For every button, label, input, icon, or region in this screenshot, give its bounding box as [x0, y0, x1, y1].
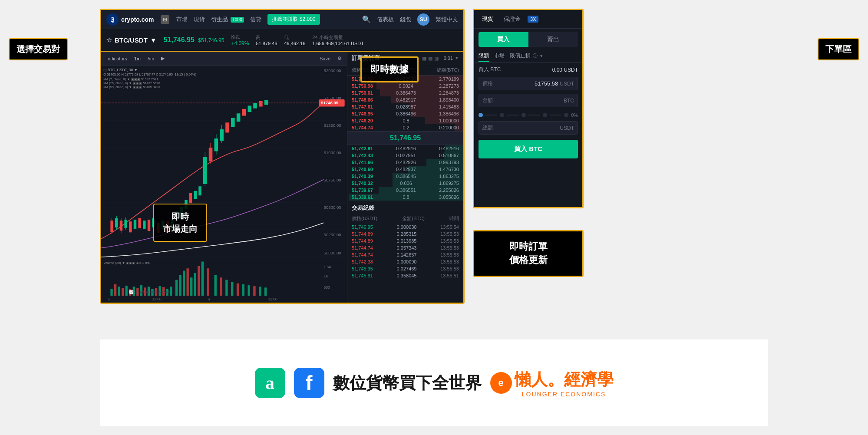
ask-row: 51,746.95 0.386496 1.386496 — [347, 110, 463, 117]
nav-derivatives[interactable]: 衍生品 100X — [211, 16, 244, 23]
dashboard-link[interactable]: 儀表板 — [377, 16, 394, 23]
1m-btn[interactable]: 1m — [132, 55, 142, 62]
lounger-main-text: 懶人。經濟學 — [515, 369, 614, 391]
ob-view-2[interactable]: ▤ — [428, 56, 432, 61]
settings-btn[interactable]: ⚙ — [336, 55, 343, 62]
symbol-bar: ☆ BTC/USDT ▼ 51,746.95 $51,746.95 漲跌 +4.… — [101, 29, 463, 52]
trading-platform: ₿ crypto.com ⊞ 市場 現貨 衍生品 100X 信貸 推薦並賺取 $… — [100, 9, 465, 304]
nav-spot[interactable]: 現貨 — [194, 16, 205, 23]
svg-rect-26 — [138, 218, 141, 228]
symbol-pair[interactable]: ☆ BTC/USDT ▼ — [106, 36, 157, 44]
svg-rect-97 — [231, 282, 233, 296]
svg-rect-55 — [264, 100, 268, 105]
svg-rect-95 — [220, 277, 222, 296]
svg-rect-70 — [118, 287, 120, 296]
svg-text:6: 6 — [208, 297, 210, 301]
svg-rect-93 — [207, 268, 209, 296]
svg-text:51000.00: 51000.00 — [324, 150, 341, 155]
svg-text:5: 5 — [108, 297, 110, 301]
sell-tab[interactable]: 賣出 — [528, 32, 578, 47]
search-icon[interactable]: 🔍 — [362, 15, 371, 23]
svg-rect-101 — [253, 286, 255, 296]
available-row: 買入 BTC 0.00 USDT — [479, 66, 578, 73]
svg-text:51250.00: 51250.00 — [324, 123, 341, 128]
nav-loan[interactable]: 信貸 — [250, 16, 261, 23]
slider-line — [550, 115, 561, 115]
svg-text:⊟ BTC_USDT, 30 ▼: ⊟ BTC_USDT, 30 ▼ — [103, 68, 138, 72]
logo[interactable]: ₿ crypto.com — [106, 13, 154, 26]
price-change: 漲跌 +4.09% — [231, 34, 249, 46]
limit-tab[interactable]: 限額 — [479, 50, 489, 62]
orderbook-controls: ▦ ▤ ▥ 0.01 ▼ — [422, 56, 459, 61]
navbar: ₿ crypto.com ⊞ 市場 現貨 衍生品 100X 信貸 推薦並賺取 $… — [101, 10, 463, 29]
slider-dot-100[interactable] — [564, 113, 568, 117]
indicators-btn[interactable]: Indicators — [105, 55, 129, 62]
chart-svg: 52000.00 51500.00 51250.00 51000.00 5075… — [101, 66, 347, 303]
svg-rect-24 — [129, 221, 132, 232]
price-low: 低 49,462.16 — [284, 34, 305, 46]
svg-rect-0 — [101, 66, 347, 303]
slider-dot-0[interactable] — [479, 113, 483, 117]
promo-btn[interactable]: 推薦並賺取 $2,000 — [267, 14, 320, 25]
price-input[interactable]: 價格 51755.58 USDT — [479, 77, 578, 90]
lang-switcher[interactable]: 繁體中文 — [436, 16, 458, 23]
svg-rect-88 — [186, 268, 188, 296]
current-price-display: 51,746.95 — [347, 131, 463, 145]
margin-tab[interactable]: 保證金 — [500, 13, 524, 25]
bottom-banner: a f 數位貨幣買下全世界 e 懶人。經濟學 LOUNGER ECONOMICS — [100, 339, 768, 426]
buy-button[interactable]: 買入 BTC — [479, 140, 578, 158]
buy-tab[interactable]: 買入 — [479, 32, 528, 47]
bid-row: 51,740.32 0.006 1.869275 — [347, 180, 463, 187]
avatar[interactable]: SU — [417, 13, 429, 26]
svg-rect-68 — [110, 289, 112, 296]
order-area-label: 下單區 — [818, 38, 859, 60]
favorite-icon[interactable]: ☆ — [106, 36, 112, 43]
slider-dot-25[interactable] — [500, 113, 504, 117]
navbar-right: 🔍 儀表板 錢包 SU 繁體中文 — [362, 13, 458, 26]
slider-dot-50[interactable] — [521, 113, 526, 117]
grid-icon[interactable]: ⊞ — [161, 15, 169, 24]
svg-rect-54 — [259, 101, 263, 107]
svg-rect-71 — [122, 288, 124, 296]
svg-text:52000.00: 52000.00 — [324, 68, 341, 73]
platform-body: Indicators 1m 5m ▶ Save ⚙ — [101, 52, 463, 303]
svg-text:MA (7, close, 0) ▼ ▣▣▣ 51692.7: MA (7, close, 0) ▼ ▣▣▣ 51692.7671 — [103, 77, 158, 81]
bid-row: 51,740.39 0.386545 1.863275 — [347, 173, 463, 180]
stop-limit-tab[interactable]: 限價止損 ⓘ ▼ — [510, 50, 544, 62]
nav-market[interactable]: 市場 — [176, 16, 188, 23]
spot-tab[interactable]: 現貨 — [479, 13, 497, 25]
chart-toolbar: Indicators 1m 5m ▶ Save ⚙ — [101, 52, 347, 66]
bid-row: 51,739.67 0.386551 2.255826 — [347, 187, 463, 194]
order-form: 買入 BTC 0.00 USDT 價格 51755.58 USDT 金額 BTC — [474, 66, 582, 158]
svg-rect-86 — [179, 275, 181, 296]
percentage-slider[interactable]: 0% — [479, 111, 578, 121]
svg-rect-39 — [198, 186, 201, 195]
svg-rect-102 — [259, 287, 261, 296]
svg-text:50000.00: 50000.00 — [324, 250, 341, 255]
wallet-link[interactable]: 錢包 — [400, 16, 411, 23]
ob-view-1[interactable]: ▦ — [422, 56, 426, 61]
save-btn[interactable]: Save — [318, 55, 332, 62]
chart-type-btn[interactable]: ▶ — [159, 55, 166, 62]
trade-row: 51,742.38 0.000090 13:55:53 — [347, 258, 463, 265]
5m-btn[interactable]: 5m — [146, 55, 156, 62]
ask-row: 51,748.66 0.482917 1.898400 — [347, 96, 463, 103]
amount-input[interactable]: 金額 BTC — [479, 94, 578, 107]
total-input[interactable]: 總額 USDT — [479, 121, 578, 135]
trade-records-header: 價格(USDT) 金額(BTC) 時間 — [347, 214, 463, 224]
ask-row: 51,746.20 0.8 1.000000 — [347, 117, 463, 124]
svg-rect-52 — [248, 105, 251, 112]
svg-rect-53 — [253, 103, 257, 109]
brand-icon-a: a — [255, 368, 285, 398]
lounger-sub-text: LOUNGER ECONOMICS — [515, 391, 614, 398]
slider-line — [507, 115, 518, 115]
orderbook-panel: 訂單委託薄 ▦ ▤ ▥ 0.01 ▼ 價格(USDT) 金額(BTC) 總額(B… — [347, 52, 463, 303]
trade-row: 51,746.95 0.000030 13:55:54 — [347, 224, 463, 231]
slider-dot-75[interactable] — [543, 113, 547, 117]
trade-row: 51,744.74 0.142657 13:55:53 — [347, 251, 463, 258]
svg-rect-50 — [237, 113, 241, 122]
lot-size[interactable]: 0.01 — [444, 56, 453, 61]
ob-view-3[interactable]: ▥ — [434, 56, 439, 61]
svg-text:O 51765.60  H 51773.08  L 5170: O 51765.60 H 51773.08 L 51707.47 C 51746… — [103, 72, 196, 76]
market-tab[interactable]: 市場 — [494, 50, 505, 62]
